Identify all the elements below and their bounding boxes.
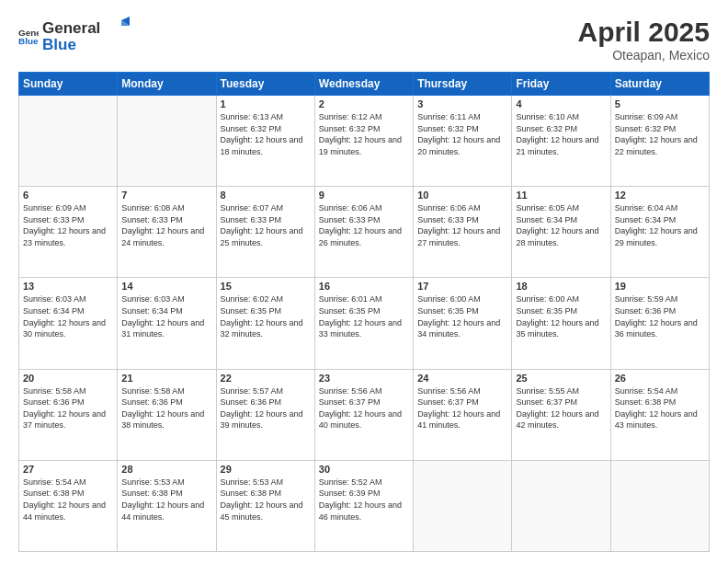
calendar-table: Sunday Monday Tuesday Wednesday Thursday…: [18, 72, 710, 552]
col-thursday: Thursday: [414, 73, 512, 96]
day-number: 1: [221, 98, 311, 109]
logo: General Blue General Blue: [18, 17, 130, 55]
day-number: 24: [417, 373, 507, 384]
calendar-cell: 22Sunrise: 5:57 AM Sunset: 6:36 PM Dayli…: [216, 369, 314, 460]
calendar-cell: 19Sunrise: 5:59 AM Sunset: 6:36 PM Dayli…: [610, 278, 709, 369]
day-info: Sunrise: 6:07 AM Sunset: 6:33 PM Dayligh…: [221, 202, 311, 248]
day-info: Sunrise: 5:56 AM Sunset: 6:37 PM Dayligh…: [319, 385, 409, 431]
week-row-2: 13Sunrise: 6:03 AM Sunset: 6:34 PM Dayli…: [19, 278, 710, 369]
calendar-cell: 23Sunrise: 5:56 AM Sunset: 6:37 PM Dayli…: [314, 369, 413, 460]
logo-svg: General Blue: [42, 17, 130, 55]
calendar-cell: 27Sunrise: 5:54 AM Sunset: 6:38 PM Dayli…: [19, 460, 118, 551]
calendar-cell: 17Sunrise: 6:00 AM Sunset: 6:35 PM Dayli…: [414, 278, 512, 369]
day-number: 9: [319, 190, 409, 201]
calendar-header-row: Sunday Monday Tuesday Wednesday Thursday…: [19, 73, 710, 96]
col-sunday: Sunday: [19, 73, 118, 96]
day-info: Sunrise: 6:05 AM Sunset: 6:34 PM Dayligh…: [516, 202, 606, 248]
page: General Blue General Blue April 2025 Ote…: [0, 0, 728, 563]
calendar-location: Oteapan, Mexico: [578, 48, 710, 63]
day-info: Sunrise: 6:00 AM Sunset: 6:35 PM Dayligh…: [417, 293, 507, 339]
calendar-cell: 3Sunrise: 6:11 AM Sunset: 6:32 PM Daylig…: [414, 96, 512, 187]
svg-text:Blue: Blue: [18, 36, 39, 46]
svg-text:General: General: [42, 19, 100, 37]
day-info: Sunrise: 5:54 AM Sunset: 6:38 PM Dayligh…: [615, 385, 705, 431]
day-info: Sunrise: 6:00 AM Sunset: 6:35 PM Dayligh…: [516, 293, 606, 339]
day-number: 11: [516, 190, 606, 201]
day-number: 23: [319, 373, 409, 384]
calendar-cell: 4Sunrise: 6:10 AM Sunset: 6:32 PM Daylig…: [512, 96, 610, 187]
day-info: Sunrise: 6:11 AM Sunset: 6:32 PM Dayligh…: [417, 111, 507, 157]
calendar-cell: 20Sunrise: 5:58 AM Sunset: 6:36 PM Dayli…: [19, 369, 118, 460]
day-info: Sunrise: 5:57 AM Sunset: 6:36 PM Dayligh…: [221, 385, 311, 431]
calendar-cell: 8Sunrise: 6:07 AM Sunset: 6:33 PM Daylig…: [216, 187, 314, 278]
col-monday: Monday: [118, 73, 216, 96]
day-info: Sunrise: 6:13 AM Sunset: 6:32 PM Dayligh…: [221, 111, 311, 157]
calendar-cell: 21Sunrise: 5:58 AM Sunset: 6:36 PM Dayli…: [118, 369, 216, 460]
day-info: Sunrise: 5:58 AM Sunset: 6:36 PM Dayligh…: [121, 385, 211, 431]
day-number: 5: [615, 98, 705, 109]
day-number: 26: [615, 373, 705, 384]
day-number: 6: [23, 190, 113, 201]
day-info: Sunrise: 6:06 AM Sunset: 6:33 PM Dayligh…: [417, 202, 507, 248]
day-number: 15: [221, 281, 311, 292]
logo-icon: General Blue: [18, 26, 39, 46]
day-number: 4: [516, 98, 606, 109]
calendar-cell: 14Sunrise: 6:03 AM Sunset: 6:34 PM Dayli…: [118, 278, 216, 369]
col-tuesday: Tuesday: [216, 73, 314, 96]
header: General Blue General Blue April 2025 Ote…: [18, 17, 710, 63]
day-number: 13: [23, 281, 113, 292]
calendar-cell: 26Sunrise: 5:54 AM Sunset: 6:38 PM Dayli…: [610, 369, 709, 460]
day-number: 27: [23, 464, 113, 475]
week-row-0: 1Sunrise: 6:13 AM Sunset: 6:32 PM Daylig…: [19, 96, 710, 187]
day-number: 25: [516, 373, 606, 384]
calendar-cell: 25Sunrise: 5:55 AM Sunset: 6:37 PM Dayli…: [512, 369, 610, 460]
calendar-cell: [19, 96, 118, 187]
day-info: Sunrise: 5:55 AM Sunset: 6:37 PM Dayligh…: [516, 385, 606, 431]
day-number: 29: [221, 464, 311, 475]
calendar-title: April 2025: [578, 17, 710, 48]
day-number: 16: [319, 281, 409, 292]
calendar-cell: 15Sunrise: 6:02 AM Sunset: 6:35 PM Dayli…: [216, 278, 314, 369]
day-info: Sunrise: 6:02 AM Sunset: 6:35 PM Dayligh…: [221, 293, 311, 339]
day-info: Sunrise: 6:10 AM Sunset: 6:32 PM Dayligh…: [516, 111, 606, 157]
calendar-cell: 1Sunrise: 6:13 AM Sunset: 6:32 PM Daylig…: [216, 96, 314, 187]
day-number: 30: [319, 464, 409, 475]
day-number: 20: [23, 373, 113, 384]
calendar-cell: 18Sunrise: 6:00 AM Sunset: 6:35 PM Dayli…: [512, 278, 610, 369]
day-number: 2: [319, 98, 409, 109]
day-number: 21: [121, 373, 211, 384]
calendar-cell: 12Sunrise: 6:04 AM Sunset: 6:34 PM Dayli…: [610, 187, 709, 278]
day-number: 3: [417, 98, 507, 109]
day-number: 10: [417, 190, 507, 201]
calendar-cell: [414, 460, 512, 551]
calendar-cell: 9Sunrise: 6:06 AM Sunset: 6:33 PM Daylig…: [314, 187, 413, 278]
day-info: Sunrise: 6:03 AM Sunset: 6:34 PM Dayligh…: [23, 293, 113, 339]
calendar-cell: 7Sunrise: 6:08 AM Sunset: 6:33 PM Daylig…: [118, 187, 216, 278]
day-info: Sunrise: 5:52 AM Sunset: 6:39 PM Dayligh…: [319, 477, 409, 523]
col-friday: Friday: [512, 73, 610, 96]
day-number: 28: [121, 464, 211, 475]
day-number: 22: [221, 373, 311, 384]
day-number: 17: [417, 281, 507, 292]
day-number: 14: [121, 281, 211, 292]
day-info: Sunrise: 5:53 AM Sunset: 6:38 PM Dayligh…: [121, 477, 211, 523]
day-info: Sunrise: 5:54 AM Sunset: 6:38 PM Dayligh…: [23, 477, 113, 523]
calendar-cell: [118, 96, 216, 187]
calendar-cell: [512, 460, 610, 551]
day-number: 8: [221, 190, 311, 201]
svg-text:Blue: Blue: [42, 36, 76, 53]
calendar-cell: 16Sunrise: 6:01 AM Sunset: 6:35 PM Dayli…: [314, 278, 413, 369]
day-info: Sunrise: 6:09 AM Sunset: 6:33 PM Dayligh…: [23, 202, 113, 248]
calendar-cell: 5Sunrise: 6:09 AM Sunset: 6:32 PM Daylig…: [610, 96, 709, 187]
day-info: Sunrise: 5:58 AM Sunset: 6:36 PM Dayligh…: [23, 385, 113, 431]
calendar-cell: 28Sunrise: 5:53 AM Sunset: 6:38 PM Dayli…: [118, 460, 216, 551]
title-section: April 2025 Oteapan, Mexico: [578, 17, 710, 63]
day-number: 18: [516, 281, 606, 292]
day-info: Sunrise: 5:59 AM Sunset: 6:36 PM Dayligh…: [615, 293, 705, 339]
day-info: Sunrise: 6:06 AM Sunset: 6:33 PM Dayligh…: [319, 202, 409, 248]
calendar-cell: 6Sunrise: 6:09 AM Sunset: 6:33 PM Daylig…: [19, 187, 118, 278]
week-row-3: 20Sunrise: 5:58 AM Sunset: 6:36 PM Dayli…: [19, 369, 710, 460]
day-info: Sunrise: 5:56 AM Sunset: 6:37 PM Dayligh…: [417, 385, 507, 431]
day-info: Sunrise: 5:53 AM Sunset: 6:38 PM Dayligh…: [221, 477, 311, 523]
day-info: Sunrise: 6:03 AM Sunset: 6:34 PM Dayligh…: [121, 293, 211, 339]
